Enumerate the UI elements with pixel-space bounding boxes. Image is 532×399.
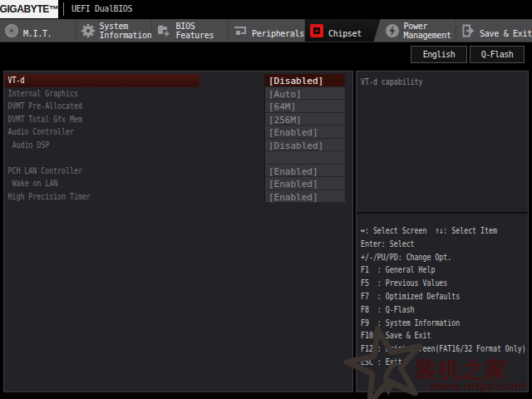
item-help-section: VT-d capability [357, 71, 528, 214]
tab-system-information[interactable]: System Information [76, 19, 153, 42]
tab-label: System Information [100, 22, 152, 40]
tab-chipset[interactable]: Chipset [305, 19, 381, 42]
item-help-text: VT-d capability [361, 76, 483, 87]
legend-line: F7 : Optimized Defaults [361, 290, 483, 303]
setting-row-pch-lan[interactable]: PCH LAN Controller [Enabled] [4, 165, 352, 178]
setting-value[interactable]: [Disabled] [264, 74, 345, 87]
chip-icon [309, 23, 324, 38]
setting-value[interactable]: [Enabled] [264, 177, 345, 190]
setting-row-wake-on-lan[interactable]: Wake on LAN [Enabled] [4, 177, 352, 190]
gear-icon [81, 23, 96, 38]
legend-line: F8 : Q-Flash [361, 303, 483, 317]
header-bar: GIGABYTE™ UEFI DualBIOS [0, 0, 532, 18]
header-divider [63, 2, 64, 16]
language-button[interactable]: English [411, 46, 467, 63]
legend-line: +/-/PU/PD: Change Opt. [361, 251, 483, 264]
setting-value[interactable]: [Enabled] [264, 126, 345, 139]
tab-label: Peripherals [252, 29, 304, 38]
setting-label: Audio Controller [4, 126, 200, 139]
qflash-button[interactable]: Q-Flash [470, 46, 525, 63]
setting-value[interactable]: [64M] [264, 100, 345, 113]
setting-row-vtd[interactable]: VT-d [Disabled] [4, 74, 352, 87]
setting-value[interactable]: [256M] [264, 113, 345, 126]
tab-label: BIOS Features [175, 22, 228, 40]
folder-plus-icon [156, 23, 171, 38]
setting-row-audio-controller[interactable]: Audio Controller [Enabled] [4, 126, 352, 139]
setting-label: PCH LAN Controller [4, 165, 200, 178]
setting-value[interactable]: [Enabled] [264, 165, 345, 178]
legend-line: ESC : Exit [361, 356, 483, 369]
legend-line: F9 : System Information [361, 317, 483, 330]
tab-power-management[interactable]: Power Management [381, 19, 457, 42]
setting-value[interactable]: [Auto] [264, 87, 345, 101]
tab-label: Save & Exit [480, 29, 532, 38]
exit-door-icon [461, 23, 475, 38]
setting-value[interactable]: [Enabled] [264, 190, 345, 204]
legend-line: F12 : Print Screen(FAT16/32 Format Only) [361, 342, 483, 356]
legend-line: F5 : Previous Values [361, 277, 483, 290]
legend-line: F1 : General Help [361, 264, 483, 277]
setting-label: Wake on LAN [4, 177, 200, 190]
setting-label: Internal Graphics [4, 87, 200, 101]
tab-label: M.I.T. [23, 29, 52, 38]
setting-label: VT-d [4, 74, 200, 87]
legend-line: F10 : Save & Exit [361, 329, 483, 342]
bios-title: UEFI DualBIOS [71, 0, 132, 18]
brand-text: GIGABYTE™ [0, 3, 59, 15]
setting-label: Audio DSP [4, 139, 200, 152]
setting-row-hpet[interactable]: High Precision Timer [Enabled] [4, 190, 352, 204]
settings-panel: VT-d [Disabled] Internal Graphics [Auto]… [3, 71, 353, 392]
menu-tab-bar: M.I.T. System Information BIOS Features [0, 19, 532, 42]
help-panel: VT-d capability ↔: Select Screen ↑↓: Sel… [356, 71, 529, 392]
monitor-icon [233, 23, 248, 38]
dial-icon [4, 23, 19, 38]
setting-row-dvmt-total-gfx[interactable]: DVMT Total Gfx Mem [256M] [4, 113, 352, 126]
tab-mit[interactable]: M.I.T. [0, 19, 76, 42]
tab-bios-features[interactable]: BIOS Features [152, 19, 229, 42]
gigabyte-logo: GIGABYTE™ [0, 0, 58, 18]
key-legend-section: ↔: Select Screen ↑↓: Select Item Enter: … [357, 214, 528, 392]
setting-value-empty [264, 151, 345, 165]
setting-value[interactable]: [Disabled] [264, 139, 345, 152]
setting-label: DVMT Total Gfx Mem [4, 113, 200, 126]
tab-label: Power Management [404, 22, 456, 40]
legend-line: Enter: Select [361, 238, 483, 251]
setting-label: High Precision Timer [4, 190, 200, 204]
tab-label: Chipset [328, 29, 362, 38]
setting-label: DVMT Pre-Allocated [4, 100, 200, 113]
tab-save-exit[interactable]: Save & Exit [456, 19, 532, 42]
legend-line: ↔: Select Screen ↑↓: Select Item [361, 224, 483, 238]
lightning-icon [385, 23, 400, 38]
setting-row-internal-graphics[interactable]: Internal Graphics [Auto] [4, 87, 352, 101]
setting-row-audio-dsp[interactable]: Audio DSP [Disabled] [4, 139, 352, 152]
setting-row-dvmt-preallocated[interactable]: DVMT Pre-Allocated [64M] [4, 100, 352, 113]
setting-row-spacer [4, 151, 352, 165]
tab-peripherals[interactable]: Peripherals [229, 19, 305, 42]
setting-label [4, 151, 200, 165]
